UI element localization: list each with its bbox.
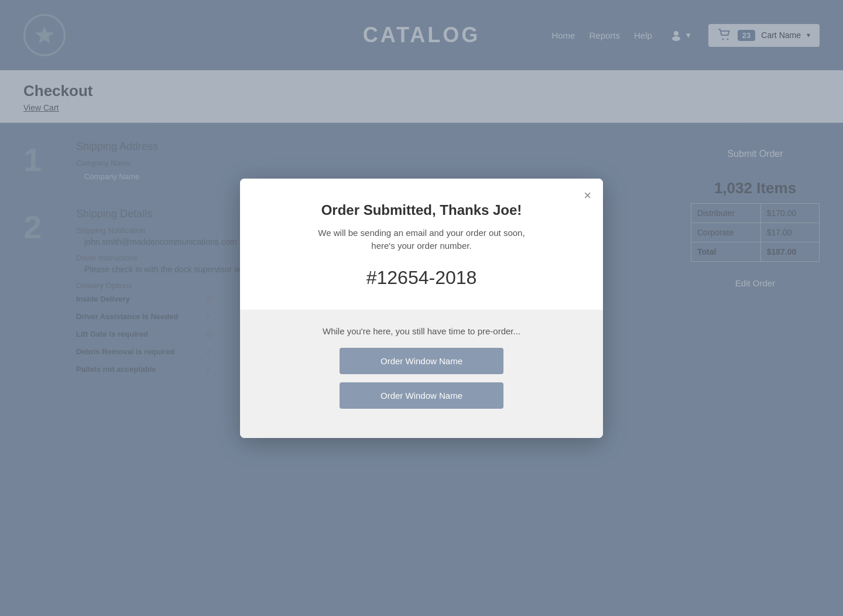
modal-bottom: While you're here, you still have time t… (240, 310, 603, 438)
modal-subtext: We will be sending an email and your ord… (269, 227, 574, 253)
order-number: #12654-2018 (269, 267, 574, 289)
order-submitted-modal: × Order Submitted, Thanks Joe! We will b… (240, 179, 603, 438)
modal-top: Order Submitted, Thanks Joe! We will be … (240, 179, 603, 310)
order-window-button-1[interactable]: Order Window Name (340, 348, 503, 374)
modal-heading: Order Submitted, Thanks Joe! (269, 202, 574, 218)
modal-overlay: × Order Submitted, Thanks Joe! We will b… (0, 0, 843, 616)
pre-order-text: While you're here, you still have time t… (269, 326, 574, 336)
order-window-button-2[interactable]: Order Window Name (340, 382, 503, 409)
modal-close-button[interactable]: × (584, 188, 591, 203)
